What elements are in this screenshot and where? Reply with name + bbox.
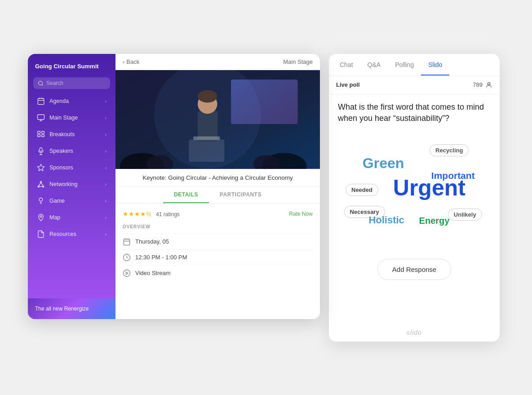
tab-slido[interactable]: Slido (421, 54, 449, 75)
sponsors-label: Sponsors (49, 164, 101, 171)
search-input[interactable] (46, 80, 106, 86)
svg-line-20 (39, 183, 41, 186)
resources-label: Resources (49, 231, 101, 237)
app-title: Going Circular Summit (28, 54, 115, 78)
session-details: ★★★★½ 41 ratings Rate Now OVERVIEW Thurs… (115, 204, 320, 284)
file-icon (37, 230, 45, 238)
sidebar-item-main-stage[interactable]: Main Stage › (31, 110, 113, 126)
clock-icon (123, 253, 131, 262)
main-stage-label: Main Stage (49, 115, 101, 121)
word-holistic: Holistic (362, 212, 410, 229)
ratings-count: 41 ratings (156, 211, 180, 217)
chevron-icon: › (105, 149, 106, 154)
sidebar-item-map[interactable]: Map › (31, 209, 113, 226)
networking-label: Networking (49, 181, 101, 187)
svg-rect-2 (38, 98, 44, 105)
word-needed: Needed (346, 184, 378, 196)
slido-branding: slido (329, 324, 500, 342)
session-image (115, 70, 320, 169)
play-icon (123, 269, 131, 277)
svg-marker-16 (38, 164, 44, 171)
back-label: Back (126, 58, 139, 65)
sidebar-item-game[interactable]: Game › (31, 193, 113, 209)
sidebar-item-networking[interactable]: Networking › (31, 176, 113, 192)
poll-content: What is the first word that comes to min… (329, 94, 500, 324)
svg-rect-9 (38, 132, 40, 134)
word-recycling: Recycling (430, 144, 469, 156)
users-icon (37, 130, 45, 138)
svg-point-13 (40, 148, 42, 152)
agenda-label: Agenda (49, 98, 101, 104)
svg-rect-10 (42, 132, 44, 134)
session-stream: Video Stream (135, 270, 171, 276)
chevron-icon: › (105, 232, 106, 237)
svg-point-23 (39, 198, 43, 202)
stage-label: Main Stage (283, 58, 313, 65)
chevron-icon: › (105, 165, 106, 170)
breakouts-label: Breakouts (49, 131, 101, 138)
tab-chat[interactable]: Chat (332, 54, 360, 75)
network-icon (37, 180, 45, 188)
slido-tabs: Chat Q&A Polling Slido (329, 54, 500, 76)
chevron-icon: › (105, 99, 106, 104)
svg-rect-11 (38, 135, 40, 137)
tab-details[interactable]: DETAILS (163, 187, 209, 203)
participant-count: 789 (473, 81, 492, 89)
sidebar-item-speakers[interactable]: Speakers › (31, 143, 113, 159)
calendar-detail-icon (123, 238, 131, 246)
monitor-icon (37, 114, 45, 122)
session-tabs: DETAILS PARTICIPANTS (115, 187, 320, 204)
chevron-icon: › (105, 199, 106, 204)
date-row: Thursday, 05 (123, 234, 313, 249)
session-title: Keynote: Going Circular - Achieving a Ci… (115, 169, 320, 187)
star-rating: ★★★★½ (123, 210, 151, 217)
bulb-icon (37, 197, 45, 205)
svg-point-44 (488, 82, 490, 84)
chevron-icon: › (105, 115, 106, 120)
word-green: Green (356, 152, 410, 174)
live-poll-label: Live poll (336, 81, 360, 88)
sidebar-item-resources[interactable]: Resources › (31, 226, 113, 242)
map-label: Map (49, 214, 101, 221)
back-button[interactable]: ‹ Back (123, 58, 139, 65)
search-icon (38, 80, 44, 86)
svg-line-21 (41, 183, 43, 186)
calendar-icon (37, 97, 45, 105)
search-box[interactable] (33, 77, 110, 89)
event-app: Going Circular Summit Agenda › Main Stag… (28, 54, 320, 319)
chevron-icon: › (105, 182, 106, 187)
tab-participants[interactable]: PARTICIPANTS (209, 187, 272, 203)
content-header: ‹ Back Main Stage (115, 54, 320, 70)
svg-rect-37 (124, 239, 130, 245)
word-cloud: Green Recycling Important Needed Urgent … (338, 135, 491, 252)
rate-now-button[interactable]: Rate Now (289, 211, 313, 217)
game-label: Game (49, 198, 101, 204)
add-response-button[interactable]: Add Response (377, 259, 451, 280)
svg-marker-43 (126, 272, 129, 275)
person-icon (485, 81, 492, 89)
slido-header: Live poll 789 (329, 76, 500, 94)
time-row: 12:30 PM - 1:00 PM (123, 249, 313, 265)
session-date: Thursday, 05 (135, 238, 169, 245)
chevron-icon: › (105, 132, 106, 137)
chevron-icon: › (105, 215, 106, 220)
tab-qa[interactable]: Q&A (360, 54, 388, 75)
tab-polling[interactable]: Polling (388, 54, 421, 75)
overview-label: OVERVIEW (123, 221, 313, 231)
svg-point-24 (40, 216, 42, 217)
session-time: 12:30 PM - 1:00 PM (135, 254, 187, 261)
presenter-illustration (115, 70, 320, 169)
slido-panel: Chat Q&A Polling Slido Live poll 789 Wha… (329, 54, 500, 342)
speakers-label: Speakers (49, 148, 101, 154)
stream-row: Video Stream (123, 265, 313, 281)
microphone-icon (37, 147, 45, 155)
sidebar-item-agenda[interactable]: Agenda › (31, 93, 113, 109)
star-icon (37, 164, 45, 172)
sidebar-item-breakouts[interactable]: Breakouts › (31, 126, 113, 142)
sidebar-item-sponsors[interactable]: Sponsors › (31, 160, 113, 176)
count-number: 789 (473, 81, 483, 88)
map-icon (37, 213, 45, 222)
word-urgent: Urgent (387, 172, 472, 204)
main-content: ‹ Back Main Stage (115, 54, 320, 319)
svg-line-1 (42, 84, 43, 85)
